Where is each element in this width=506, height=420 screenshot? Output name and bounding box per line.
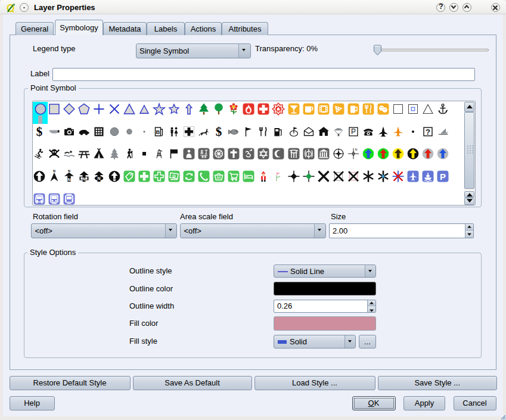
svg-text:$: $ xyxy=(36,125,43,138)
svg-text:P: P xyxy=(440,172,446,182)
svg-text:B: B xyxy=(156,128,160,135)
svg-text:N: N xyxy=(355,148,357,151)
svg-text:N: N xyxy=(98,176,101,181)
svg-text:$: $ xyxy=(216,125,222,138)
svg-text:N: N xyxy=(53,170,55,173)
svg-text:?: ? xyxy=(426,127,430,136)
svg-text:N: N xyxy=(68,170,70,173)
svg-text:P: P xyxy=(351,127,356,136)
svg-text:N: N xyxy=(68,177,71,182)
svg-text:N: N xyxy=(83,177,86,181)
